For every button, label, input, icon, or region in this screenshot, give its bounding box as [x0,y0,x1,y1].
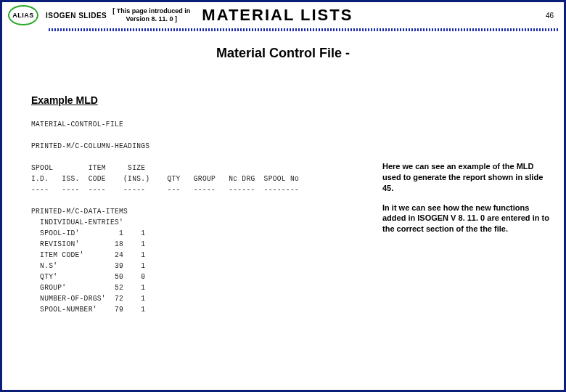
isogen-slides-label: ISOGEN SLIDES [46,12,107,20]
content-row: MATERIAL-CONTROL-FILE PRINTED-M/C-COLUMN… [2,119,564,315]
explanation-p1: Here we can see an example of the MLD us… [382,161,549,194]
header-divider [49,28,558,31]
alias-badge: ALIAS [8,5,38,25]
version-note-line1: [ This page introduced in [112,7,190,15]
slide-subtitle: Material Control File - [2,46,564,61]
explanation-p2: In it we can see how the new functions a… [382,203,549,235]
slide-header: ALIAS ISOGEN SLIDES [ This page introduc… [2,2,564,28]
example-heading: Example MLD [31,94,564,106]
version-note: [ This page introduced in Version 8. 11.… [112,7,190,23]
slide-title: MATERIAL LISTS [202,6,546,25]
mld-code-block: MATERIAL-CONTROL-FILE PRINTED-M/C-COLUMN… [31,119,299,315]
page-number: 46 [546,12,554,20]
version-note-line2: Version 8. 11. 0 ] [112,15,190,23]
alias-badge-text: ALIAS [12,12,34,19]
explanation-block: Here we can see an example of the MLD us… [382,119,549,315]
